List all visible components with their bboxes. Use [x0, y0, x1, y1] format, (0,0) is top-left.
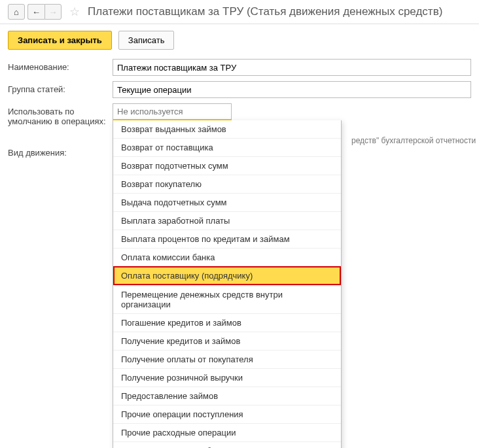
dropdown-item[interactable]: Оплата комиссии банка — [113, 248, 341, 266]
group-label: Группа статей: — [8, 81, 113, 94]
dropdown-item[interactable]: Прочие расходные операции — [113, 423, 341, 441]
dropdown-item[interactable]: Предоставление займов — [113, 387, 341, 405]
group-input[interactable] — [113, 81, 471, 98]
dropdown-item[interactable]: Возврат покупателю — [113, 175, 341, 193]
back-button[interactable]: ← — [27, 4, 44, 20]
dropdown-item[interactable]: Выплата заработной платы — [113, 211, 341, 230]
dropdown-item[interactable]: Возврат выданных займов — [113, 120, 341, 138]
dropdown-item[interactable]: Прочие операции поступления — [113, 405, 341, 423]
dropdown-item[interactable]: Возврат от поставщика — [113, 138, 341, 156]
dropdown-item[interactable]: Оплата поставщику (подрядчику) — [113, 266, 341, 285]
name-input[interactable] — [113, 59, 471, 76]
home-icon: ⌂ — [14, 7, 19, 17]
save-and-close-button[interactable]: Записать и закрыть — [8, 31, 112, 50]
dropdown-item[interactable]: Получение кредитов и займов — [113, 332, 341, 350]
save-button[interactable]: Записать — [118, 31, 175, 50]
operations-dropdown: Возврат выданных займовВозврат от постав… — [113, 120, 342, 448]
report-hint-text: редств" бухгалтерской отчетности — [351, 136, 476, 145]
dropdown-item[interactable]: Получение розничной выручки — [113, 368, 341, 387]
forward-icon: → — [49, 7, 58, 17]
home-button[interactable]: ⌂ — [8, 4, 25, 20]
dropdown-item[interactable]: Получение оплаты от покупателя — [113, 350, 341, 368]
dropdown-item[interactable]: Выдача подотчетных сумм — [113, 193, 341, 211]
dropdown-item[interactable]: Уплата налога на прибыль — [113, 441, 341, 448]
name-label: Наименование: — [8, 59, 113, 72]
dropdown-item[interactable]: Выплата процентов по кредитам и займам — [113, 230, 341, 248]
default-ops-input[interactable] — [113, 103, 232, 120]
default-ops-label: Использовать по умолчанию в операциях: — [8, 103, 113, 126]
back-icon: ← — [32, 7, 41, 17]
dropdown-item[interactable]: Возврат подотчетных сумм — [113, 156, 341, 175]
favorite-star-icon[interactable]: ☆ — [69, 5, 80, 19]
page-title: Платежи поставщикам за ТРУ (Статья движе… — [88, 5, 442, 18]
forward-button[interactable]: → — [44, 4, 62, 20]
dropdown-item[interactable]: Погашение кредитов и займов — [113, 313, 341, 332]
movement-type-label: Вид движения: — [8, 145, 113, 158]
dropdown-item[interactable]: Перемещение денежных средств внутри орга… — [113, 285, 341, 313]
